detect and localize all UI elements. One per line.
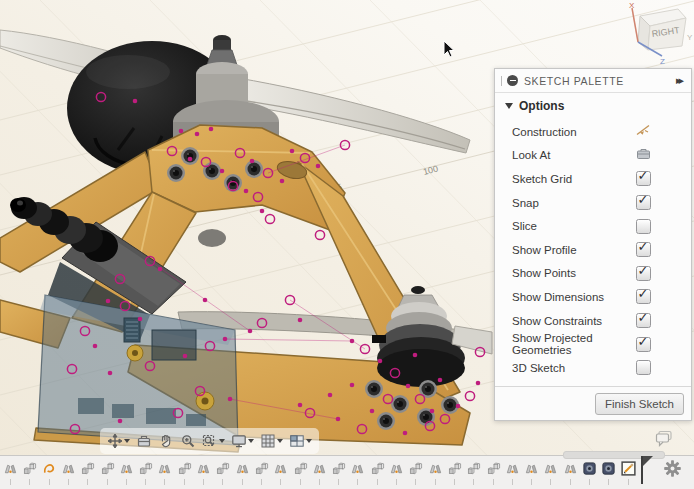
timeline-feature-joint[interactable]	[543, 461, 558, 476]
option-row-look-at[interactable]: Look At	[495, 144, 691, 168]
option-row-show-projected-geometries[interactable]: Show Projected Geometries	[495, 332, 691, 356]
timeline-feature-component[interactable]	[100, 461, 115, 476]
sketch-point[interactable]	[195, 132, 200, 137]
lookat-icon[interactable]	[636, 146, 651, 164]
collapse-panel-icon[interactable]	[507, 75, 518, 86]
zoom-window-caret[interactable]	[219, 439, 225, 443]
timeline-feature-joint[interactable]	[312, 461, 327, 476]
timeline-feature-component[interactable]	[22, 461, 37, 476]
timeline-feature-component[interactable]	[408, 461, 423, 476]
sketch-point[interactable]	[316, 164, 321, 169]
sketch-point[interactable]	[260, 209, 265, 214]
timeline-feature-joint[interactable]	[273, 461, 288, 476]
sketch-point[interactable]	[220, 169, 225, 174]
option-row-snap[interactable]: Snap	[495, 191, 691, 215]
option-row-3d-sketch[interactable]: 3D Sketch	[495, 356, 691, 380]
display-settings-icon[interactable]	[231, 433, 254, 449]
option-row-slice[interactable]: Slice	[495, 214, 691, 238]
sketch-point[interactable]	[298, 403, 303, 408]
options-section-header[interactable]: Options	[495, 93, 691, 117]
timeline-playhead-flag[interactable]	[643, 456, 653, 466]
timeline-feature-component[interactable]	[177, 461, 192, 476]
sketch-point[interactable]	[406, 384, 411, 389]
timeline-feature-joint[interactable]	[524, 461, 539, 476]
sketch-point[interactable]	[328, 393, 333, 398]
sketch-point[interactable]	[370, 409, 375, 414]
construction-icon[interactable]	[635, 123, 651, 141]
view-cube[interactable]: RIGHT X Y Z	[618, 0, 694, 70]
timeline-feature-component[interactable]	[447, 461, 462, 476]
sketch-point[interactable]	[378, 359, 383, 364]
timeline-feature-component[interactable]	[138, 461, 153, 476]
show-projected-geometries-checkbox[interactable]	[636, 337, 651, 352]
sketch-point[interactable]	[456, 404, 461, 409]
timeline-feature-joint[interactable]	[157, 461, 172, 476]
sketch-point[interactable]	[223, 337, 228, 342]
snap-checkbox[interactable]	[636, 195, 651, 210]
timeline-feature-joint[interactable]	[119, 461, 134, 476]
sketch-point[interactable]	[350, 339, 355, 344]
show-dimensions-checkbox[interactable]	[636, 289, 651, 304]
sketch-point[interactable]	[118, 419, 123, 424]
show-points-checkbox[interactable]	[636, 266, 651, 281]
timeline-feature-sketch-orange[interactable]	[42, 461, 57, 476]
option-row-show-constraints[interactable]: Show Constraints	[495, 309, 691, 333]
grid-display-icon[interactable]	[260, 433, 283, 449]
timeline-feature-joint[interactable]	[61, 461, 76, 476]
sketch-point[interactable]	[250, 159, 255, 164]
grid-display-caret[interactable]	[277, 439, 283, 443]
timeline-feature-component[interactable]	[215, 461, 230, 476]
timeline-feature-joint[interactable]	[350, 461, 365, 476]
timeline-feature-form[interactable]	[601, 461, 616, 476]
option-row-show-dimensions[interactable]: Show Dimensions	[495, 285, 691, 309]
timeline-feature-component[interactable]	[466, 461, 481, 476]
option-row-show-profile[interactable]: Show Profile	[495, 238, 691, 262]
option-row-construction[interactable]: Construction	[495, 120, 691, 144]
timeline-feature-component[interactable]	[370, 461, 385, 476]
viewports-icon[interactable]	[289, 433, 312, 449]
timeline-feature-component[interactable]	[486, 461, 501, 476]
3d-sketch-checkbox[interactable]	[636, 360, 651, 375]
sketch-point[interactable]	[244, 189, 249, 194]
timeline-feature-sketch-active[interactable]	[621, 461, 636, 476]
zoom-icon[interactable]	[180, 433, 196, 449]
timeline-feature-joint[interactable]	[3, 461, 18, 476]
timeline-feature-component[interactable]	[331, 461, 346, 476]
sketch-point[interactable]	[280, 179, 285, 184]
timeline-feature-component[interactable]	[293, 461, 308, 476]
sketch-point[interactable]	[248, 329, 253, 334]
settings-gear-icon[interactable]	[664, 460, 681, 477]
sketch-point[interactable]	[183, 354, 188, 359]
sketch-point[interactable]	[336, 417, 341, 422]
sketch-palette-header[interactable]: SKETCH PALETTE ▸▸	[495, 69, 691, 93]
orbit-caret[interactable]	[124, 439, 130, 443]
orbit-icon[interactable]	[107, 433, 130, 449]
sketch-point[interactable]	[403, 431, 408, 436]
timeline-feature-joint[interactable]	[389, 461, 404, 476]
sketch-point[interactable]	[188, 157, 193, 162]
show-profile-checkbox[interactable]	[636, 242, 651, 257]
timeline-feature-joint[interactable]	[428, 461, 443, 476]
viewports-caret[interactable]	[306, 439, 312, 443]
timeline-feature-joint[interactable]	[563, 461, 578, 476]
comment-bubble-icon[interactable]	[655, 430, 673, 447]
timeline-feature-component[interactable]	[80, 461, 95, 476]
zoom-window-icon[interactable]	[202, 433, 225, 449]
look-at-icon[interactable]	[136, 433, 152, 449]
slice-checkbox[interactable]	[636, 219, 651, 234]
sketch-point[interactable]	[413, 353, 418, 358]
sketch-point[interactable]	[179, 129, 184, 134]
expand-panel-icon[interactable]: ▸▸	[676, 74, 683, 87]
sketch-point[interactable]	[430, 409, 435, 414]
sketch-point[interactable]	[298, 318, 303, 323]
sketch-point[interactable]	[108, 371, 113, 376]
sketch-point[interactable]	[133, 99, 138, 104]
sketch-point[interactable]	[350, 383, 355, 388]
timeline-feature-joint[interactable]	[196, 461, 211, 476]
sketch-point[interactable]	[93, 344, 98, 349]
option-row-show-points[interactable]: Show Points	[495, 262, 691, 286]
pan-hand-icon[interactable]	[158, 433, 174, 449]
timeline-feature-joint[interactable]	[235, 461, 250, 476]
sketch-point[interactable]	[203, 298, 208, 303]
sketch-point[interactable]	[209, 127, 214, 132]
